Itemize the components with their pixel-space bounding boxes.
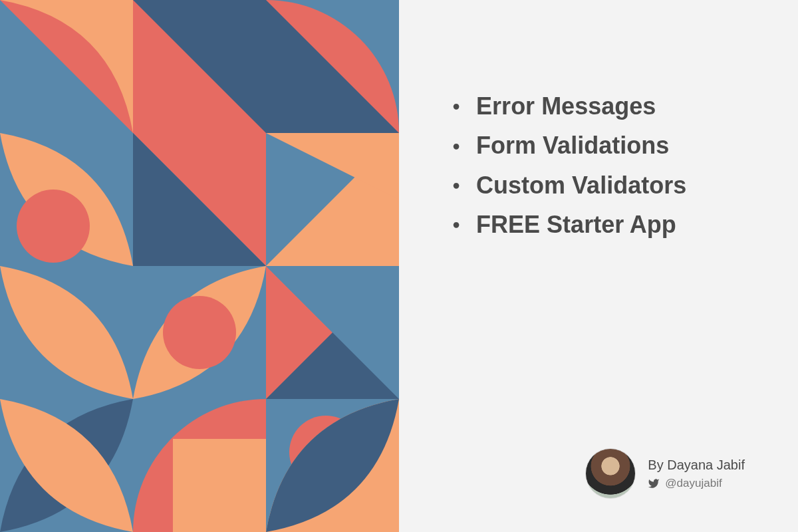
list-item-text: FREE Starter App [476, 205, 676, 244]
author-handle: @dayujabif [665, 477, 722, 490]
list-item: Custom Validators [452, 166, 758, 205]
svg-point-10 [163, 296, 236, 369]
author-info: By Dayana Jabif @dayujabif [648, 458, 745, 490]
list-item: FREE Starter App [452, 205, 758, 244]
list-item: Error Messages [452, 86, 758, 126]
geometric-pattern-svg [0, 0, 399, 532]
svg-point-5 [17, 190, 90, 263]
list-item: Form Validations [452, 126, 758, 165]
feature-list: Error Messages Form Validations Custom V… [452, 86, 758, 245]
content-panel: Error Messages Form Validations Custom V… [399, 0, 798, 532]
list-item-text: Custom Validators [476, 166, 686, 205]
author-byline: By Dayana Jabif [648, 458, 745, 473]
decorative-pattern [0, 0, 399, 532]
svg-rect-14 [173, 439, 266, 532]
list-item-text: Error Messages [476, 86, 656, 126]
twitter-icon [648, 477, 660, 489]
author-handle-row: @dayujabif [648, 477, 745, 490]
author-block: By Dayana Jabif @dayujabif [452, 448, 758, 499]
avatar [585, 448, 636, 499]
list-item-text: Form Validations [476, 126, 669, 165]
